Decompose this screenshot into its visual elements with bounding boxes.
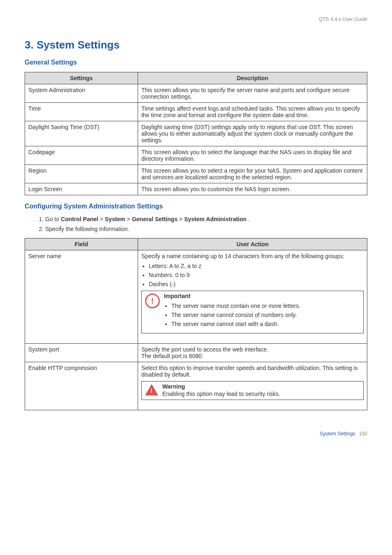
warning-callout: Warning Enabling this option may lead to…	[142, 382, 363, 400]
important-icon: !	[145, 294, 160, 308]
system-port-line1: Specify the port used to access the web …	[141, 346, 364, 353]
table-row: Login Screen This screen allows you to c…	[25, 183, 367, 195]
settings-desc: This screen allows you to specify the se…	[138, 84, 367, 103]
system-port-line2: The default port is 8080.	[141, 353, 364, 359]
warning-label: Warning	[162, 383, 360, 390]
step1-path-2: General Settings	[132, 216, 178, 222]
table-row: Time Time settings affect event logs and…	[25, 103, 367, 121]
step1-suffix: .	[247, 216, 250, 222]
field-name: System port	[25, 344, 138, 362]
field-action-table: Field User Action Server name Specify a …	[25, 238, 367, 410]
settings-name: Time	[25, 103, 138, 121]
list-item: The server name cannot consist of number…	[171, 312, 360, 318]
table-row: Enable HTTP compression Select this opti…	[25, 362, 367, 410]
http-compression-desc: Select this option to improve transfer s…	[141, 365, 364, 378]
settings-desc: This screen allows you to customize the …	[138, 183, 367, 195]
header-guide-title: QTS 4.4.x User Guide	[25, 16, 367, 22]
list-item: Letters: A to Z, a to z	[149, 263, 364, 269]
step-2: Specify the following information.	[45, 226, 367, 232]
settings-name: Region	[25, 165, 138, 183]
step1-path-0: Control Panel	[61, 216, 98, 222]
field-action: Select this option to improve transfer s…	[138, 362, 367, 410]
th-user-action: User Action	[138, 238, 367, 250]
step1-prefix: Go to	[45, 216, 61, 222]
general-settings-heading: General Settings	[25, 59, 367, 66]
steps-list: Go to Control Panel > System > General S…	[37, 216, 367, 232]
th-description: Description	[138, 72, 367, 84]
settings-name: Login Screen	[25, 183, 138, 195]
step1-path-1: System	[105, 216, 125, 222]
list-item: The server name must contain one or more…	[171, 303, 360, 309]
table-row: Region This screen allows you to select …	[25, 165, 367, 183]
general-settings-table: Settings Description System Administrati…	[25, 72, 367, 195]
step-1: Go to Control Panel > System > General S…	[45, 216, 367, 222]
footer-page-number: 180	[359, 431, 367, 437]
step1-path-3: System Administration	[184, 216, 247, 222]
server-name-bullets: Letters: A to Z, a to z Numbers: 0 to 9 …	[149, 263, 364, 287]
settings-desc: This screen allows you to select the lan…	[138, 146, 367, 165]
step1-sep: >	[178, 216, 184, 222]
table-row: Codepage This screen allows you to selec…	[25, 146, 367, 165]
field-action: Specify a name containing up to 14 chara…	[138, 250, 367, 344]
important-label: Important	[164, 293, 360, 299]
settings-desc: Time settings affect event logs and sche…	[138, 103, 367, 121]
warning-icon	[145, 384, 158, 395]
th-field: Field	[25, 238, 138, 250]
list-item: Numbers: 0 to 9	[149, 272, 364, 278]
configuring-heading: Configuring System Administration Settin…	[25, 203, 367, 210]
footer-section: System Settings	[320, 431, 355, 437]
table-row: System port Specify the port used to acc…	[25, 344, 367, 362]
table-row: Daylight Saving Time (DST) Daylight savi…	[25, 121, 367, 146]
settings-name: System Administration	[25, 84, 138, 103]
page-footer: System Settings 180	[25, 431, 367, 437]
important-bullets: The server name must contain one or more…	[171, 303, 360, 327]
settings-name: Daylight Saving Time (DST)	[25, 121, 138, 146]
field-name: Enable HTTP compression	[25, 362, 138, 410]
server-name-intro: Specify a name containing up to 14 chara…	[141, 253, 364, 259]
field-action: Specify the port used to access the web …	[138, 344, 367, 362]
important-callout: ! Important The server name must contain…	[142, 291, 363, 333]
table-row: Server name Specify a name containing up…	[25, 250, 367, 344]
list-item: The server name cannot start with a dash…	[171, 321, 360, 327]
settings-name: Codepage	[25, 146, 138, 165]
table-row: System Administration This screen allows…	[25, 84, 367, 103]
step1-sep: >	[125, 216, 132, 222]
field-name: Server name	[25, 250, 138, 344]
settings-desc: Daylight saving time (DST) settings appl…	[138, 121, 367, 146]
chapter-title: 3. System Settings	[25, 39, 367, 51]
th-settings: Settings	[25, 72, 138, 84]
step1-sep: >	[98, 216, 105, 222]
settings-desc: This screen allows you to select a regio…	[138, 165, 367, 183]
list-item: Dashes (-)	[149, 281, 364, 287]
warning-text: Enabling this option may lead to securit…	[162, 391, 360, 397]
